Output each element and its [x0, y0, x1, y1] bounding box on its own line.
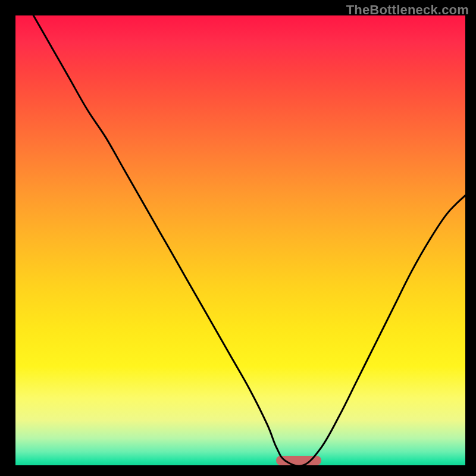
- bottleneck-curve: [15, 15, 465, 465]
- plot-area: [15, 15, 465, 465]
- watermark-text: TheBottleneck.com: [346, 2, 469, 18]
- chart-frame: TheBottleneck.com: [0, 0, 476, 476]
